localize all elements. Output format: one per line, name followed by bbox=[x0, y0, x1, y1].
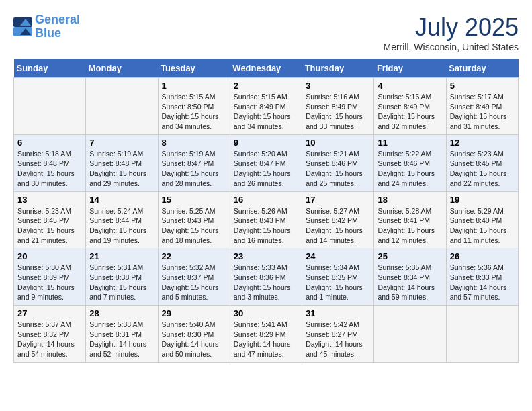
day-info: Sunrise: 5:15 AM Sunset: 8:49 PM Dayligh… bbox=[234, 92, 298, 132]
calendar-day-cell: 9Sunrise: 5:20 AM Sunset: 8:47 PM Daylig… bbox=[230, 134, 302, 191]
day-info: Sunrise: 5:31 AM Sunset: 8:38 PM Dayligh… bbox=[89, 263, 154, 302]
day-info: Sunrise: 5:27 AM Sunset: 8:42 PM Dayligh… bbox=[306, 206, 370, 246]
calendar-day-cell: 10Sunrise: 5:21 AM Sunset: 8:46 PM Dayli… bbox=[302, 134, 374, 191]
calendar-day-header: Thursday bbox=[302, 59, 374, 78]
day-number: 19 bbox=[450, 195, 515, 205]
day-info: Sunrise: 5:18 AM Sunset: 8:48 PM Dayligh… bbox=[17, 149, 82, 189]
day-number: 25 bbox=[378, 251, 442, 261]
day-info: Sunrise: 5:37 AM Sunset: 8:32 PM Dayligh… bbox=[17, 320, 82, 359]
day-info: Sunrise: 5:20 AM Sunset: 8:47 PM Dayligh… bbox=[234, 149, 298, 189]
logo: General Blue bbox=[13, 13, 80, 40]
calendar-day-cell: 6Sunrise: 5:18 AM Sunset: 8:48 PM Daylig… bbox=[14, 134, 86, 191]
day-number: 1 bbox=[162, 81, 226, 91]
day-number: 31 bbox=[306, 308, 370, 318]
day-info: Sunrise: 5:23 AM Sunset: 8:45 PM Dayligh… bbox=[450, 149, 515, 189]
day-number: 20 bbox=[17, 251, 82, 261]
day-number: 8 bbox=[162, 138, 226, 148]
day-info: Sunrise: 5:21 AM Sunset: 8:46 PM Dayligh… bbox=[306, 149, 370, 189]
calendar-day-cell: 13Sunrise: 5:23 AM Sunset: 8:45 PM Dayli… bbox=[14, 191, 86, 248]
calendar-day-cell: 30Sunrise: 5:41 AM Sunset: 8:29 PM Dayli… bbox=[230, 306, 302, 363]
day-number: 15 bbox=[162, 195, 226, 205]
day-info: Sunrise: 5:40 AM Sunset: 8:30 PM Dayligh… bbox=[162, 320, 226, 359]
calendar-day-cell: 7Sunrise: 5:19 AM Sunset: 8:48 PM Daylig… bbox=[86, 134, 158, 191]
calendar-day-cell: 25Sunrise: 5:35 AM Sunset: 8:34 PM Dayli… bbox=[374, 248, 446, 306]
title-block: July 2025 Merrill, Wisconsin, United Sta… bbox=[383, 13, 519, 52]
calendar-day-cell: 17Sunrise: 5:27 AM Sunset: 8:42 PM Dayli… bbox=[302, 191, 374, 248]
calendar-day-cell bbox=[86, 78, 158, 135]
month-year-title: July 2025 bbox=[383, 13, 519, 42]
calendar-week-row: 13Sunrise: 5:23 AM Sunset: 8:45 PM Dayli… bbox=[14, 191, 519, 248]
day-info: Sunrise: 5:33 AM Sunset: 8:36 PM Dayligh… bbox=[234, 263, 298, 302]
day-info: Sunrise: 5:16 AM Sunset: 8:49 PM Dayligh… bbox=[306, 92, 370, 132]
day-info: Sunrise: 5:26 AM Sunset: 8:43 PM Dayligh… bbox=[234, 206, 298, 246]
calendar-day-cell: 12Sunrise: 5:23 AM Sunset: 8:45 PM Dayli… bbox=[446, 134, 518, 191]
calendar-week-row: 1Sunrise: 5:15 AM Sunset: 8:50 PM Daylig… bbox=[14, 78, 519, 135]
day-number: 4 bbox=[378, 81, 442, 91]
day-info: Sunrise: 5:19 AM Sunset: 8:47 PM Dayligh… bbox=[162, 149, 226, 189]
day-number: 5 bbox=[450, 81, 515, 91]
calendar-body: 1Sunrise: 5:15 AM Sunset: 8:50 PM Daylig… bbox=[14, 78, 519, 363]
calendar-day-header: Saturday bbox=[446, 59, 518, 78]
logo-text: General Blue bbox=[35, 13, 80, 40]
day-number: 29 bbox=[162, 308, 226, 318]
calendar-day-cell bbox=[374, 306, 446, 363]
location-subtitle: Merrill, Wisconsin, United States bbox=[383, 42, 519, 52]
calendar-day-header: Monday bbox=[86, 59, 158, 78]
day-info: Sunrise: 5:41 AM Sunset: 8:29 PM Dayligh… bbox=[234, 320, 298, 359]
calendar-day-cell bbox=[14, 78, 86, 135]
calendar-day-cell: 1Sunrise: 5:15 AM Sunset: 8:50 PM Daylig… bbox=[158, 78, 230, 135]
calendar-day-cell: 11Sunrise: 5:22 AM Sunset: 8:46 PM Dayli… bbox=[374, 134, 446, 191]
calendar-day-cell: 24Sunrise: 5:34 AM Sunset: 8:35 PM Dayli… bbox=[302, 248, 374, 306]
day-number: 13 bbox=[17, 195, 82, 205]
calendar-day-header: Wednesday bbox=[230, 59, 302, 78]
calendar-week-row: 20Sunrise: 5:30 AM Sunset: 8:39 PM Dayli… bbox=[14, 248, 519, 306]
day-number: 18 bbox=[378, 195, 442, 205]
calendar-day-cell: 18Sunrise: 5:28 AM Sunset: 8:41 PM Dayli… bbox=[374, 191, 446, 248]
day-info: Sunrise: 5:25 AM Sunset: 8:43 PM Dayligh… bbox=[162, 206, 226, 246]
calendar-day-cell: 4Sunrise: 5:16 AM Sunset: 8:49 PM Daylig… bbox=[374, 78, 446, 135]
day-number: 12 bbox=[450, 138, 515, 148]
day-number: 11 bbox=[378, 138, 442, 148]
calendar-day-cell: 22Sunrise: 5:32 AM Sunset: 8:37 PM Dayli… bbox=[158, 248, 230, 306]
day-number: 28 bbox=[89, 308, 154, 318]
calendar-day-cell bbox=[446, 306, 518, 363]
day-number: 30 bbox=[234, 308, 298, 318]
day-number: 14 bbox=[89, 195, 154, 205]
calendar-day-cell: 19Sunrise: 5:29 AM Sunset: 8:40 PM Dayli… bbox=[446, 191, 518, 248]
calendar-day-cell: 20Sunrise: 5:30 AM Sunset: 8:39 PM Dayli… bbox=[14, 248, 86, 306]
calendar-day-header: Friday bbox=[374, 59, 446, 78]
calendar-day-cell: 28Sunrise: 5:38 AM Sunset: 8:31 PM Dayli… bbox=[86, 306, 158, 363]
day-info: Sunrise: 5:35 AM Sunset: 8:34 PM Dayligh… bbox=[378, 263, 442, 302]
calendar-day-cell: 3Sunrise: 5:16 AM Sunset: 8:49 PM Daylig… bbox=[302, 78, 374, 135]
calendar-week-row: 6Sunrise: 5:18 AM Sunset: 8:48 PM Daylig… bbox=[14, 134, 519, 191]
calendar-table: SundayMondayTuesdayWednesdayThursdayFrid… bbox=[13, 59, 519, 363]
calendar-day-cell: 8Sunrise: 5:19 AM Sunset: 8:47 PM Daylig… bbox=[158, 134, 230, 191]
day-number: 2 bbox=[234, 81, 298, 91]
day-number: 17 bbox=[306, 195, 370, 205]
day-number: 24 bbox=[306, 251, 370, 261]
calendar-day-cell: 23Sunrise: 5:33 AM Sunset: 8:36 PM Dayli… bbox=[230, 248, 302, 306]
day-info: Sunrise: 5:22 AM Sunset: 8:46 PM Dayligh… bbox=[378, 149, 442, 189]
day-info: Sunrise: 5:34 AM Sunset: 8:35 PM Dayligh… bbox=[306, 263, 370, 302]
day-number: 27 bbox=[17, 308, 82, 318]
day-number: 10 bbox=[306, 138, 370, 148]
calendar-day-cell: 26Sunrise: 5:36 AM Sunset: 8:33 PM Dayli… bbox=[446, 248, 518, 306]
page-header: General Blue July 2025 Merrill, Wisconsi… bbox=[13, 13, 519, 52]
calendar-day-cell: 16Sunrise: 5:26 AM Sunset: 8:43 PM Dayli… bbox=[230, 191, 302, 248]
calendar-day-header: Tuesday bbox=[158, 59, 230, 78]
calendar-day-cell: 21Sunrise: 5:31 AM Sunset: 8:38 PM Dayli… bbox=[86, 248, 158, 306]
day-number: 26 bbox=[450, 251, 515, 261]
day-info: Sunrise: 5:38 AM Sunset: 8:31 PM Dayligh… bbox=[89, 320, 154, 359]
calendar-week-row: 27Sunrise: 5:37 AM Sunset: 8:32 PM Dayli… bbox=[14, 306, 519, 363]
day-info: Sunrise: 5:23 AM Sunset: 8:45 PM Dayligh… bbox=[17, 206, 82, 246]
calendar-day-cell: 31Sunrise: 5:42 AM Sunset: 8:27 PM Dayli… bbox=[302, 306, 374, 363]
logo-icon bbox=[13, 17, 32, 36]
calendar-day-cell: 2Sunrise: 5:15 AM Sunset: 8:49 PM Daylig… bbox=[230, 78, 302, 135]
calendar-day-cell: 29Sunrise: 5:40 AM Sunset: 8:30 PM Dayli… bbox=[158, 306, 230, 363]
day-info: Sunrise: 5:30 AM Sunset: 8:39 PM Dayligh… bbox=[17, 263, 82, 302]
day-number: 23 bbox=[234, 251, 298, 261]
day-info: Sunrise: 5:29 AM Sunset: 8:40 PM Dayligh… bbox=[450, 206, 515, 246]
calendar-day-cell: 14Sunrise: 5:24 AM Sunset: 8:44 PM Dayli… bbox=[86, 191, 158, 248]
day-info: Sunrise: 5:15 AM Sunset: 8:50 PM Dayligh… bbox=[162, 92, 226, 132]
day-number: 9 bbox=[234, 138, 298, 148]
